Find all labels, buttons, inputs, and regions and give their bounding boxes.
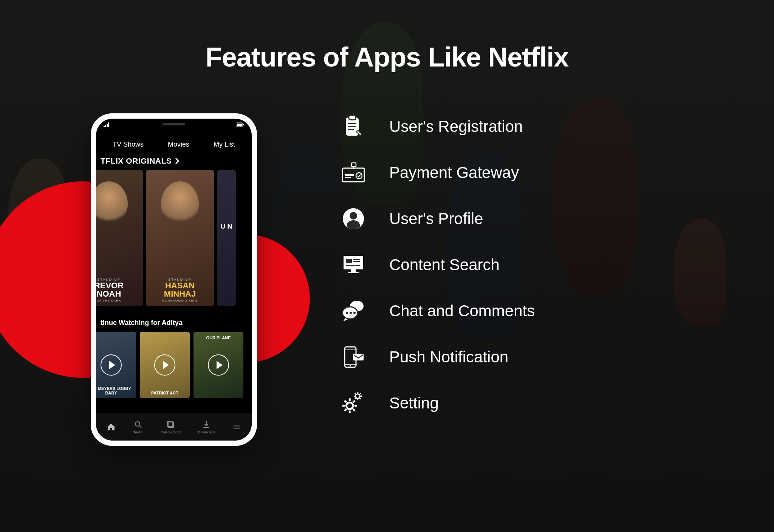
push-notification-icon [340, 344, 367, 370]
poster-title: HASAN [149, 281, 211, 290]
poster-card[interactable]: STAND-UP HASAN MINHAJ HOMECOMING KING [146, 170, 214, 306]
svg-rect-19 [346, 265, 360, 266]
svg-rect-21 [348, 272, 359, 273]
feature-push: Push Notification [340, 344, 535, 370]
poster-subtitle: HOMECOMING KING [149, 299, 211, 302]
poster-title: NOAH [96, 290, 140, 298]
feature-label: Payment Gateway [389, 164, 519, 182]
svg-point-26 [353, 312, 356, 314]
svg-rect-12 [351, 163, 356, 167]
svg-rect-7 [349, 115, 356, 120]
poster-title: MINHAJ [149, 290, 211, 298]
tab-search[interactable]: Search [133, 420, 144, 434]
features-list: User's Registration Payment Gateway User… [340, 113, 535, 416]
feature-label: User's Registration [389, 118, 523, 136]
feature-chat: Chat and Comments [340, 298, 535, 324]
svg-rect-9 [345, 174, 354, 176]
play-icon[interactable] [101, 354, 122, 376]
svg-rect-20 [351, 269, 356, 272]
tab-my-list[interactable]: My List [214, 141, 235, 148]
svg-rect-1 [237, 124, 242, 126]
coming-soon-icon [166, 420, 175, 429]
thumbnail-card[interactable]: OUR PLANE [194, 332, 243, 398]
tab-label: Coming Soon [161, 430, 181, 434]
download-icon [202, 420, 211, 429]
feature-payment: Payment Gateway [340, 159, 535, 186]
phone-top-nav: TV Shows Movies My List [96, 135, 252, 153]
tab-tv-shows[interactable]: TV Shows [113, 141, 144, 148]
thumbnail-label: OUR PLANE [196, 336, 241, 340]
home-icon [107, 422, 116, 431]
feature-label: User's Profile [389, 210, 483, 228]
phone-notch [136, 119, 212, 129]
payment-icon [340, 159, 367, 186]
svg-point-29 [350, 365, 351, 367]
thumbnail-label: TH MEYERS LOBBY BABY [96, 386, 134, 395]
tab-downloads[interactable]: Downloads [198, 420, 215, 434]
poster-title: REVOR [96, 281, 140, 290]
poster-card[interactable]: U N [217, 170, 236, 306]
thumbnail-label: PATRIOT ACT [142, 391, 187, 395]
tab-label: Search [133, 430, 144, 434]
feature-label: Setting [389, 394, 439, 412]
originals-heading: TFLIX ORIGINALS [101, 156, 180, 165]
thumbnail-card[interactable]: TH MEYERS LOBBY BABY [96, 332, 136, 398]
svg-rect-2 [243, 124, 244, 125]
chat-icon [340, 298, 367, 324]
svg-point-25 [350, 312, 352, 314]
poster-subtitle: OF THE DARK [96, 299, 140, 302]
battery-icon [236, 122, 244, 130]
bottom-tab-bar: Search Coming Soon Downloads [96, 413, 252, 441]
signal-icon [104, 122, 110, 130]
chevron-right-icon [175, 158, 180, 164]
profile-icon [340, 206, 367, 232]
originals-label: TFLIX ORIGINALS [101, 156, 172, 165]
svg-rect-16 [346, 259, 352, 263]
poster-card[interactable]: STAND-UP REVOR NOAH OF THE DARK [96, 170, 143, 306]
play-icon[interactable] [208, 354, 229, 376]
svg-rect-18 [353, 261, 360, 262]
svg-rect-10 [345, 177, 351, 178]
svg-rect-17 [353, 259, 360, 260]
search-icon [134, 420, 143, 429]
more-icon [232, 422, 241, 431]
feature-registration: User's Registration [340, 113, 535, 140]
tab-movies[interactable]: Movies [168, 141, 189, 148]
clipboard-icon [340, 113, 367, 140]
continue-watching-heading: tinue Watching for Aditya [101, 319, 183, 327]
gear-icon [340, 390, 367, 416]
page-title: Features of Apps Like Netflix [206, 42, 569, 73]
feature-label: Content Search [389, 256, 500, 274]
content-search-icon [340, 252, 367, 278]
phone-mockup: TV Shows Movies My List TFLIX ORIGINALS … [91, 113, 257, 446]
tab-label: Downloads [198, 430, 215, 434]
feature-label: Chat and Comments [389, 302, 535, 320]
svg-rect-30 [353, 354, 364, 360]
feature-setting: Setting [340, 390, 535, 416]
tab-coming-soon[interactable]: Coming Soon [161, 420, 181, 434]
svg-point-3 [135, 422, 140, 426]
svg-point-32 [347, 402, 353, 409]
poster-title: U N [220, 223, 233, 230]
svg-point-31 [356, 394, 360, 399]
svg-point-14 [350, 212, 357, 220]
feature-content-search: Content Search [340, 252, 535, 278]
thumbnail-card[interactable]: PATRIOT ACT [140, 332, 190, 398]
tab-more[interactable] [232, 422, 241, 431]
continue-row[interactable]: TH MEYERS LOBBY BABY PATRIOT ACT OUR PLA… [96, 332, 252, 400]
tab-home[interactable] [107, 422, 116, 431]
feature-label: Push Notification [389, 348, 508, 366]
svg-point-24 [346, 312, 348, 314]
play-icon[interactable] [154, 354, 175, 376]
feature-profile: User's Profile [340, 206, 535, 232]
poster-row[interactable]: STAND-UP REVOR NOAH OF THE DARK STAND-UP… [96, 170, 252, 314]
